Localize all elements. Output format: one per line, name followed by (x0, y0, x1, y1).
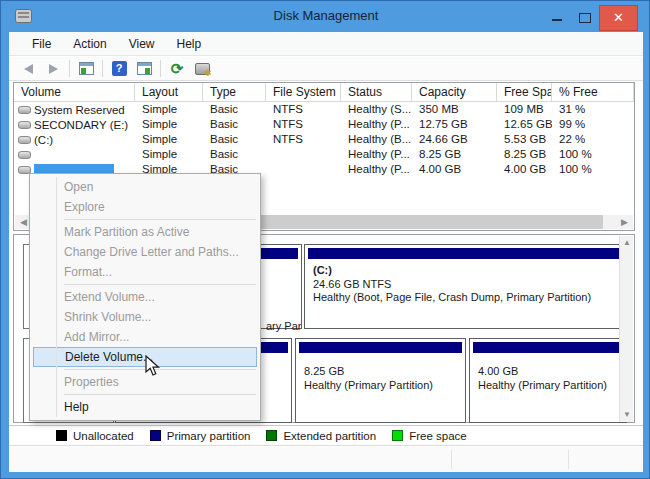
volume-context-menu: Open Explore Mark Partition as Active Ch… (29, 173, 261, 421)
context-menu-item[interactable]: Format... (33, 262, 257, 282)
disk-management-window: Disk Management ✕ FileActionViewHelp ? ⟳ (0, 0, 650, 479)
volume-list-header: VolumeLayoutTypeFile SystemStatusCapacit… (14, 83, 634, 102)
capacity-cell: 24.66 GB (412, 132, 497, 147)
legend-item: Primary partition (150, 430, 251, 442)
maximize-button[interactable] (572, 11, 598, 27)
layout-cell: Simple (135, 117, 203, 132)
column-header[interactable]: Type (203, 83, 266, 102)
partition-size: 24.66 GB NTFS (313, 278, 591, 292)
scroll-up-icon[interactable]: ▲ (620, 236, 634, 250)
status-cell: Healthy (P... (341, 162, 412, 177)
menu-bar: FileActionViewHelp (9, 32, 643, 56)
legend-label: Extended partition (283, 430, 376, 442)
menu-bar-item[interactable]: File (23, 34, 60, 54)
context-menu-item[interactable] (64, 217, 256, 222)
column-header[interactable]: % Free (552, 83, 634, 102)
context-menu-item-label: Shrink Volume... (64, 310, 151, 324)
partition-4gb[interactable]: 4.00 GB Healthy (Primary Partition) (469, 338, 627, 423)
action-pane-icon (137, 62, 152, 75)
partition-8gb[interactable]: 8.25 GB Healthy (Primary Partition) (295, 338, 466, 423)
partition-size: 8.25 GB (304, 365, 433, 379)
volume-name: (C:) (34, 134, 53, 146)
partition-c[interactable]: (C:) 24.66 GB NTFS Healthy (Boot, Page F… (304, 244, 627, 329)
column-header[interactable]: Layout (135, 83, 203, 102)
back-button[interactable] (19, 60, 37, 77)
column-header[interactable]: Capacity (412, 83, 497, 102)
type-cell: Basic (203, 147, 266, 162)
layout-cell: Simple (135, 132, 203, 147)
menu-bar-item[interactable]: Action (64, 34, 115, 54)
type-cell: Basic (203, 132, 266, 147)
type-cell: Basic (203, 117, 266, 132)
vertical-scrollbar[interactable]: ▲ ▼ (619, 236, 633, 422)
scroll-right-icon[interactable]: ▶ (616, 215, 633, 229)
show-console-tree-button[interactable] (77, 60, 95, 77)
status-bar (9, 447, 643, 472)
status-cell: Healthy (P... (341, 147, 412, 162)
close-button[interactable]: ✕ (599, 5, 638, 31)
help-icon: ? (112, 61, 127, 76)
volume-list-rows: System Reserved Simple Basic NTFS Health… (14, 102, 634, 177)
column-header[interactable]: Free Spa... (497, 83, 552, 102)
help-button[interactable]: ? (110, 60, 128, 77)
drive-icon (18, 136, 31, 144)
menu-bar-item[interactable]: Help (168, 34, 211, 54)
context-menu-item-label: Add Mirror... (64, 330, 129, 344)
context-menu-item-label: Help (64, 400, 89, 414)
refresh-icon: ⟳ (171, 61, 184, 76)
column-header[interactable]: Volume (14, 83, 135, 102)
context-menu-item[interactable]: Help (33, 397, 257, 417)
context-menu-item[interactable]: Change Drive Letter and Paths... (33, 242, 257, 262)
capacity-cell: 350 MB (412, 102, 497, 117)
context-menu-item[interactable]: Explore (33, 197, 257, 217)
context-menu-item[interactable] (64, 392, 256, 397)
show-action-pane-button[interactable] (135, 60, 153, 77)
volume-name: System Reserved (34, 104, 125, 116)
forward-button[interactable] (44, 60, 62, 77)
disk-gear-icon (195, 63, 210, 75)
context-menu-item[interactable]: Shrink Volume... (33, 307, 257, 327)
capacity-cell: 12.75 GB (412, 117, 497, 132)
context-menu-item[interactable]: Open (33, 177, 257, 197)
layout-cell: Simple (135, 102, 203, 117)
column-header[interactable]: File System (266, 83, 341, 102)
partition-status: Healthy (Primary Partition) (478, 379, 607, 393)
file-system-cell (266, 162, 341, 177)
partition-name: (C:) (313, 264, 591, 278)
context-menu-item[interactable] (64, 282, 256, 287)
context-menu-item[interactable]: Add Mirror... (33, 327, 257, 347)
percent-free-cell: 99 % (552, 117, 634, 132)
status-divider (568, 450, 569, 469)
scroll-down-icon[interactable]: ▼ (620, 408, 634, 422)
volume-row[interactable]: System Reserved Simple Basic NTFS Health… (14, 102, 634, 117)
disk-management-tool-button[interactable] (193, 60, 211, 77)
partition-status: Healthy (Primary Partition) (304, 379, 433, 393)
toolbar-separator (102, 60, 103, 77)
volume-row[interactable]: Simple Basic Healthy (P... 8.25 GB 8.25 … (14, 147, 634, 162)
context-menu-item-label: Mark Partition as Active (64, 225, 189, 239)
legend-item: Free space (392, 430, 467, 442)
context-menu-item-label: Change Drive Letter and Paths... (64, 245, 239, 259)
context-menu-item[interactable]: Mark Partition as Active (33, 222, 257, 242)
file-system-cell: NTFS (266, 102, 341, 117)
context-menu-item-label: Explore (64, 200, 105, 214)
column-header[interactable]: Status (341, 83, 412, 102)
legend-color-swatch (266, 430, 277, 441)
menu-bar-item[interactable]: View (120, 34, 164, 54)
context-menu-item-label: Open (64, 180, 93, 194)
layout-cell: Simple (135, 147, 203, 162)
forward-arrow-icon (49, 64, 58, 74)
refresh-button[interactable]: ⟳ (168, 60, 186, 77)
percent-free-cell: 22 % (552, 132, 634, 147)
context-menu-item[interactable]: Extend Volume... (33, 287, 257, 307)
volume-row[interactable]: (C:) Simple Basic NTFS Healthy (B... 24.… (14, 132, 634, 147)
minimize-button[interactable] (544, 11, 570, 27)
percent-free-cell: 31 % (552, 102, 634, 117)
context-menu-item-label: Format... (64, 265, 112, 279)
legend-color-swatch (150, 430, 161, 441)
capacity-cell: 8.25 GB (412, 147, 497, 162)
volume-row[interactable]: SECONDARY (E:) Simple Basic NTFS Healthy… (14, 117, 634, 132)
free-space-cell: 8.25 GB (497, 147, 552, 162)
free-space-cell: 109 MB (497, 102, 552, 117)
file-system-cell: NTFS (266, 117, 341, 132)
